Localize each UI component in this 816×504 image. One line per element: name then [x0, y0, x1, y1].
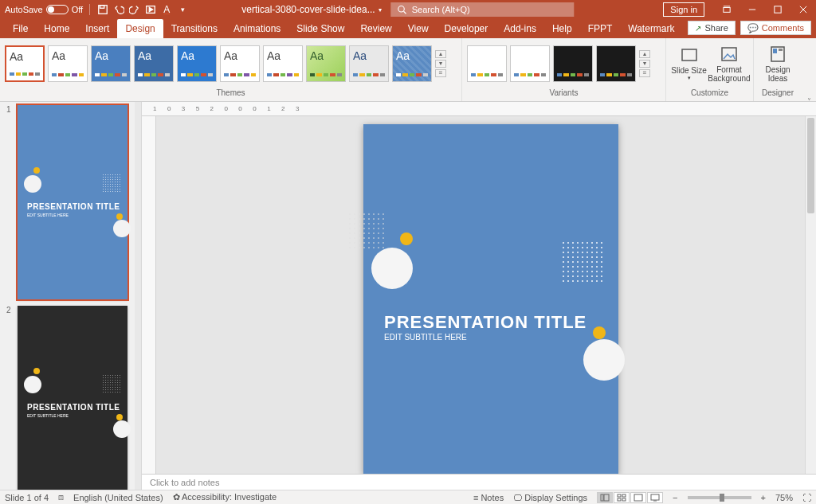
slide-thumbnail[interactable]: PRESENTATION TITLE EDIT SUBTITLE HERE — [18, 306, 128, 490]
themes-more-button[interactable]: ▴▾≡ — [435, 50, 446, 77]
ribbon-options-button[interactable] — [714, 0, 740, 19]
svg-rect-23 — [634, 494, 642, 501]
format-background-button[interactable]: Format Background — [710, 45, 748, 83]
theme-option[interactable]: Aa — [91, 45, 131, 82]
tab-file[interactable]: File — [5, 19, 36, 38]
share-button[interactable]: ↗Share — [688, 21, 735, 35]
tab-addins[interactable]: Add-ins — [496, 19, 544, 38]
close-button[interactable] — [790, 0, 816, 19]
tab-watermark[interactable]: Watermark — [620, 19, 682, 38]
theme-option[interactable]: Aa — [306, 45, 346, 82]
comments-button[interactable]: 💬Comments — [740, 21, 811, 35]
slideshow-view-button[interactable] — [647, 492, 663, 503]
undo-icon[interactable] — [112, 3, 125, 16]
document-title[interactable]: vertical-3080-cover-slide-idea... ▾ — [241, 4, 381, 15]
design-ideas-button[interactable]: Design Ideas — [759, 45, 797, 83]
svg-rect-18 — [604, 494, 609, 501]
decorative-circle-big — [583, 339, 625, 381]
variants-group-label: Variants — [462, 88, 665, 101]
variant-option[interactable] — [467, 45, 507, 82]
customize-group-label: Customize — [666, 88, 753, 101]
tab-view[interactable]: View — [400, 19, 437, 38]
vertical-ruler[interactable] — [142, 116, 156, 474]
tab-transitions[interactable]: Transitions — [163, 19, 226, 38]
tab-fppt[interactable]: FPPT — [580, 19, 621, 38]
svg-rect-15 — [773, 49, 777, 53]
svg-line-5 — [404, 11, 406, 14]
fit-to-window-button[interactable]: ⛶ — [802, 493, 811, 502]
collapse-ribbon-button[interactable]: ˬ — [802, 38, 816, 101]
search-placeholder: Search (Alt+Q) — [412, 5, 470, 14]
slide-canvas[interactable]: PRESENTATION TITLE EDIT SUBTITLE HERE — [156, 116, 816, 474]
slide-thumbnail[interactable]: PRESENTATION TITLE EDIT SUBTITLE HERE — [18, 105, 128, 299]
from-beginning-icon[interactable] — [144, 3, 157, 16]
theme-option[interactable]: Aa — [134, 45, 174, 82]
horizontal-ruler[interactable]: 1 0 3 5 2 0 0 0 1 2 3 — [142, 102, 816, 116]
tab-help[interactable]: Help — [544, 19, 580, 38]
status-bar: Slide 1 of 4 ⧈ English (United States) ✿… — [0, 490, 816, 504]
font-color-icon[interactable]: A — [160, 3, 173, 16]
theme-option[interactable]: Aa — [349, 45, 389, 82]
theme-option[interactable]: Aa — [220, 45, 260, 82]
zoom-percent[interactable]: 75% — [775, 493, 793, 502]
title-bar: AutoSave Off A ▾ vertical-3080-cover-sli… — [0, 0, 816, 19]
comment-icon: 💬 — [747, 23, 759, 33]
reading-view-button[interactable] — [630, 492, 646, 503]
format-bg-icon — [720, 45, 739, 64]
canvas-scrollbar[interactable] — [805, 116, 816, 474]
svg-rect-22 — [622, 498, 626, 501]
autosave-label: AutoSave — [5, 5, 43, 14]
display-settings[interactable]: 🖵 Display Settings — [513, 493, 587, 502]
zoom-out-button[interactable]: − — [673, 493, 677, 502]
tab-home[interactable]: Home — [36, 19, 77, 38]
normal-view-button[interactable] — [597, 492, 613, 503]
tab-review[interactable]: Review — [352, 19, 399, 38]
maximize-button[interactable] — [765, 0, 790, 19]
slide-subtitle[interactable]: EDIT SUBTITLE HERE — [384, 333, 467, 342]
spell-check-icon[interactable]: ⧈ — [58, 492, 64, 502]
theme-option[interactable]: Aa — [177, 45, 217, 82]
svg-rect-17 — [601, 494, 603, 501]
tab-developer[interactable]: Developer — [437, 19, 496, 38]
notes-toggle[interactable]: ≡ Notes — [473, 493, 504, 502]
search-input[interactable]: Search (Alt+Q) — [391, 2, 575, 17]
slide-thumbnail-panel[interactable]: 1 PRESENTATION TITLE EDIT SUBTITLE HERE … — [0, 102, 142, 490]
slide-edit-area: 1 0 3 5 2 0 0 0 1 2 3 PRESENTATION TITLE… — [142, 102, 816, 490]
workspace: 1 PRESENTATION TITLE EDIT SUBTITLE HERE … — [0, 102, 816, 490]
variants-more-button[interactable]: ▴▾≡ — [639, 50, 650, 77]
tab-slideshow[interactable]: Slide Show — [288, 19, 352, 38]
variant-option[interactable] — [510, 45, 550, 82]
tab-insert[interactable]: Insert — [77, 19, 117, 38]
svg-rect-12 — [682, 49, 696, 61]
svg-rect-21 — [618, 498, 621, 501]
zoom-in-button[interactable]: + — [761, 493, 766, 502]
minimize-button[interactable] — [740, 0, 765, 19]
theme-option[interactable]: Aa — [263, 45, 303, 82]
language-indicator[interactable]: English (United States) — [73, 493, 163, 502]
thumbnail-scrollbar[interactable] — [135, 102, 141, 490]
theme-option[interactable]: Aa — [48, 45, 88, 82]
redo-icon[interactable] — [128, 3, 141, 16]
notes-pane[interactable]: Click to add notes — [142, 474, 816, 490]
themes-group-label: Themes — [0, 88, 461, 101]
slide-counter[interactable]: Slide 1 of 4 — [5, 493, 49, 502]
decorative-circle-small — [593, 326, 606, 339]
theme-option[interactable]: Aa — [392, 45, 432, 82]
variant-option[interactable] — [553, 45, 593, 82]
sign-in-button[interactable]: Sign in — [663, 2, 704, 17]
sorter-view-button[interactable] — [614, 492, 630, 503]
qat-more-icon[interactable]: ▾ — [176, 3, 189, 16]
tab-animations[interactable]: Animations — [226, 19, 288, 38]
slide-size-button[interactable]: Slide Size▾ — [671, 45, 707, 81]
save-icon[interactable] — [96, 3, 109, 16]
thumb-title: PRESENTATION TITLE — [27, 403, 120, 412]
theme-option[interactable]: Aa — [5, 45, 45, 82]
slide[interactable]: PRESENTATION TITLE EDIT SUBTITLE HERE — [363, 124, 618, 474]
thumb-number: 2 — [6, 306, 14, 490]
accessibility-indicator[interactable]: ✿ Accessibility: Investigate — [173, 492, 277, 502]
tab-design[interactable]: Design — [117, 19, 163, 38]
zoom-slider[interactable] — [688, 496, 751, 499]
autosave-toggle[interactable]: AutoSave Off — [5, 5, 83, 14]
variant-option[interactable] — [596, 45, 636, 82]
slide-title[interactable]: PRESENTATION TITLE — [384, 312, 586, 333]
